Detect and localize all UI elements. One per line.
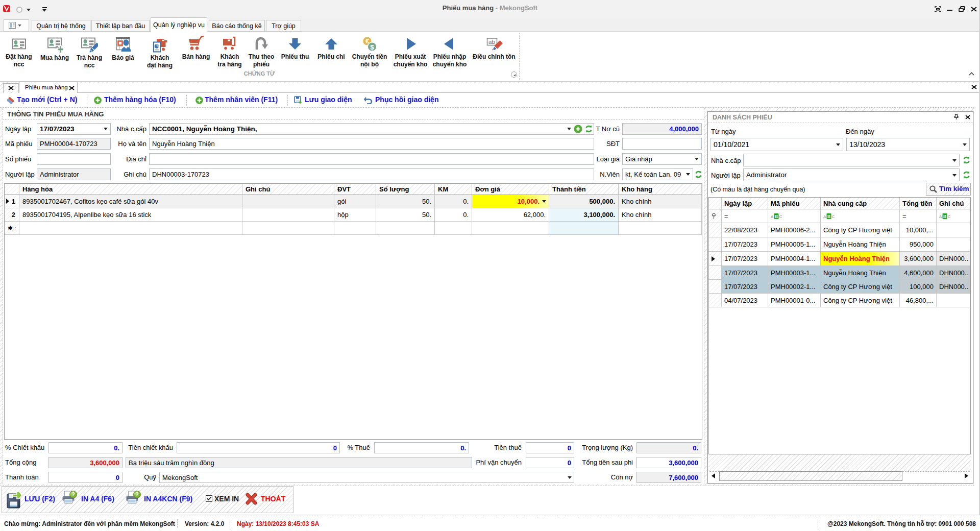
svg-text:?: ? <box>71 491 75 497</box>
svg-text:?: ? <box>135 491 138 497</box>
svg-text:B: B <box>775 214 778 219</box>
svg-text:ab: ab <box>488 39 495 45</box>
svg-text:C: C <box>832 214 835 219</box>
svg-text:$: $ <box>370 43 374 51</box>
svg-text:B: B <box>943 214 946 219</box>
svg-text:A: A <box>771 214 774 219</box>
svg-text:C: C <box>779 214 782 219</box>
svg-text:A: A <box>939 214 942 219</box>
svg-text:B: B <box>827 214 830 219</box>
svg-text:C: C <box>948 214 950 219</box>
svg-text:A: A <box>823 214 826 219</box>
